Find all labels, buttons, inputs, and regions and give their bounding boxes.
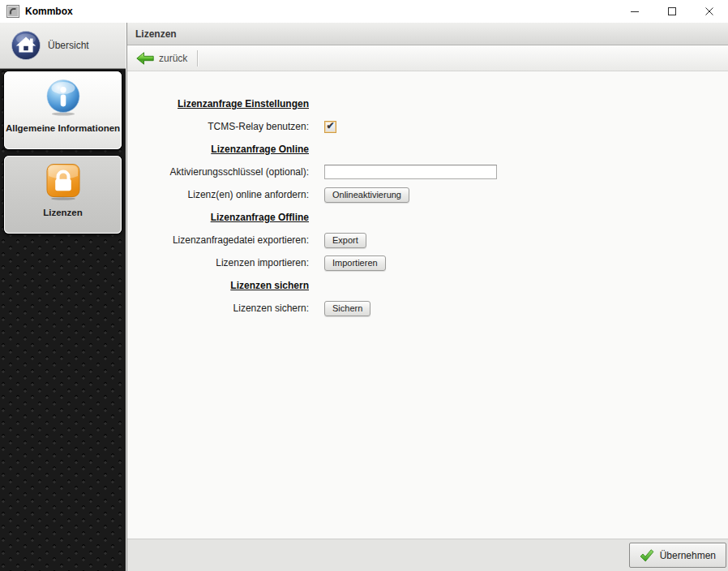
onlineaktivierung-button[interactable]: Onlineaktivierung: [324, 187, 409, 203]
field-label: Lizenzanfragedatei exportieren:: [127, 234, 309, 246]
sidebar-nav: Allgemeine Informationen: [0, 69, 126, 571]
section-title: Lizenzanfrage Offline: [127, 212, 309, 223]
content-area: Lizenzanfrage Einstellungen TCMS-Relay b…: [127, 71, 728, 539]
info-icon: [45, 79, 81, 116]
minimize-button[interactable]: [616, 0, 653, 23]
window-controls: [616, 0, 728, 23]
maximize-button[interactable]: [653, 0, 691, 23]
section-title: Lizenzen sichern: [127, 280, 309, 291]
app-window: Kommbox: [0, 0, 728, 571]
form-row: Lizenz(en) online anfordern: Onlineaktiv…: [127, 183, 728, 206]
form-row: Aktivierungsschlüssel (optional):: [127, 161, 728, 183]
field-label: Aktivierungsschlüssel (optional):: [127, 166, 309, 178]
close-button[interactable]: [691, 0, 728, 23]
form-row: Lizenzen importieren: Importieren: [127, 251, 728, 274]
tcms-relay-checkbox[interactable]: ✔: [324, 121, 336, 133]
titlebar: Kommbox: [0, 0, 728, 23]
back-button[interactable]: zurück: [135, 49, 192, 67]
toolbar-separator: [197, 50, 198, 67]
section-heading-row: Lizenzanfrage Offline: [127, 206, 728, 229]
green-check-icon: [640, 549, 654, 562]
license-form: Lizenzanfrage Einstellungen TCMS-Relay b…: [127, 92, 728, 320]
footer-bar: Übernehmen: [127, 539, 728, 571]
sichern-button[interactable]: Sichern: [324, 301, 370, 316]
field-label: TCMS-Relay benutzen:: [127, 121, 309, 132]
page-header: Lizenzen: [127, 23, 728, 45]
export-button[interactable]: Export: [324, 233, 366, 248]
back-label: zurück: [159, 53, 187, 64]
lock-icon: [45, 163, 81, 200]
section-heading-row: Lizenzen sichern: [127, 274, 728, 297]
nav-label: Allgemeine Informationen: [6, 123, 120, 133]
app-body: Übersicht: [0, 23, 728, 571]
sidebar-item-allgemeine-informationen[interactable]: Allgemeine Informationen: [4, 71, 122, 149]
apply-label: Übernehmen: [660, 550, 716, 561]
section-title: Lizenzanfrage Online: [127, 144, 309, 155]
section-heading-row: Lizenzanfrage Einstellungen: [127, 92, 728, 115]
overview-label: Übersicht: [48, 40, 89, 51]
sidebar-item-overview[interactable]: Übersicht: [0, 23, 126, 69]
sidebar: Übersicht: [0, 23, 126, 571]
apply-button[interactable]: Übernehmen: [629, 543, 726, 568]
field-label: Lizenzen sichern:: [127, 303, 309, 314]
importieren-button[interactable]: Importieren: [324, 255, 386, 271]
toolbar: zurück: [127, 45, 728, 71]
window-title: Kommbox: [25, 6, 73, 17]
app-icon: [6, 5, 19, 18]
nav-label: Lizenzen: [43, 208, 83, 217]
page-title: Lizenzen: [135, 28, 177, 40]
main-panel: Lizenzen zurück: [126, 23, 728, 571]
form-row: Lizenzen sichern: Sichern: [127, 297, 728, 320]
aktivierungsschluessel-input[interactable]: [324, 165, 497, 179]
home-icon: [11, 30, 41, 61]
form-row: TCMS-Relay benutzen: ✔: [127, 115, 728, 138]
sidebar-item-lizenzen[interactable]: Lizenzen: [4, 156, 122, 234]
section-title: Lizenzanfrage Einstellungen: [127, 98, 309, 109]
field-label: Lizenzen importieren:: [127, 257, 309, 268]
checkmark-icon: ✔: [326, 121, 334, 131]
form-row: Lizenzanfragedatei exportieren: Export: [127, 229, 728, 251]
field-label: Lizenz(en) online anfordern:: [127, 189, 309, 200]
back-arrow-icon: [136, 52, 154, 65]
section-heading-row: Lizenzanfrage Online: [127, 138, 728, 161]
